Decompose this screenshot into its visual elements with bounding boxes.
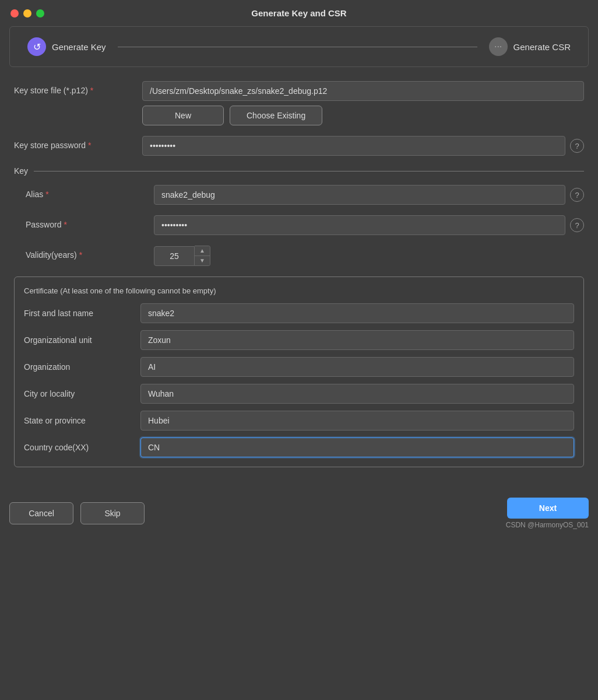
- validity-controls: ▲ ▼: [154, 246, 584, 266]
- org-input[interactable]: [140, 357, 574, 377]
- key-store-password-help-icon[interactable]: ?: [570, 139, 584, 153]
- alias-help-icon[interactable]: ?: [570, 188, 584, 202]
- password-row: Password* ?: [9, 215, 589, 235]
- watermark: CSDN @HarmonyOS_001: [506, 521, 589, 529]
- city-label: City or locality: [24, 389, 140, 398]
- alias-label: Alias*: [26, 185, 154, 199]
- first-last-name-label: First and last name: [24, 309, 140, 318]
- bottom-right-section: Next CSDN @HarmonyOS_001: [506, 498, 589, 529]
- key-store-password-input[interactable]: [142, 136, 565, 156]
- password-wrap: ?: [154, 215, 584, 235]
- first-last-name-input[interactable]: [140, 303, 574, 323]
- key-store-button-row: New Choose Existing: [142, 106, 584, 125]
- step-indicator: ↺ Generate Key ··· Generate CSR: [9, 26, 589, 67]
- certificate-group: Certificate (At least one of the followi…: [14, 276, 584, 467]
- key-store-password-wrap: ?: [142, 136, 584, 156]
- bottom-left-buttons: Cancel Skip: [9, 502, 145, 524]
- validity-decrement-button[interactable]: ▼: [195, 256, 210, 265]
- org-label: Organization: [24, 362, 140, 372]
- key-store-file-input[interactable]: [142, 81, 584, 101]
- alias-controls: ?: [154, 185, 584, 205]
- alias-wrap: ?: [154, 185, 584, 205]
- title-bar: Generate Key and CSR: [0, 0, 598, 26]
- step-generate-key: ↺ Generate Key: [27, 37, 106, 56]
- main-content: ↺ Generate Key ··· Generate CSR Key stor…: [0, 26, 598, 488]
- alias-input[interactable]: [154, 185, 565, 205]
- first-last-name-row: First and last name: [24, 303, 574, 323]
- state-input[interactable]: [140, 411, 574, 430]
- password-help-icon[interactable]: ?: [570, 218, 584, 232]
- alias-row: Alias* ?: [9, 185, 589, 205]
- validity-stepper: ▲ ▼: [154, 246, 584, 266]
- country-label: Country code(XX): [24, 443, 140, 452]
- step-generate-key-label: Generate Key: [52, 42, 106, 52]
- bottom-bar: Cancel Skip Next CSDN @HarmonyOS_001: [0, 488, 598, 529]
- step-connector: [118, 47, 477, 47]
- choose-existing-button[interactable]: Choose Existing: [230, 106, 322, 125]
- state-row: State or province: [24, 411, 574, 430]
- key-section-divider: Key: [14, 166, 584, 176]
- minimize-button[interactable]: [23, 9, 31, 18]
- country-row: Country code(XX): [24, 438, 574, 457]
- key-store-password-controls: ?: [142, 136, 584, 156]
- cert-group-title: Certificate (At least one of the followi…: [24, 286, 574, 295]
- step-generate-key-icon: ↺: [27, 37, 46, 56]
- state-label: State or province: [24, 416, 140, 425]
- key-store-password-row: Key store password* ?: [9, 136, 589, 156]
- key-store-password-label: Key store password*: [14, 136, 142, 150]
- org-row: Organization: [24, 357, 574, 377]
- cancel-button[interactable]: Cancel: [9, 502, 73, 524]
- key-section-line: [34, 171, 584, 172]
- step-generate-csr: ··· Generate CSR: [489, 37, 571, 56]
- validity-label: Validity(years)*: [26, 246, 154, 260]
- validity-stepper-buttons: ▲ ▼: [195, 246, 210, 266]
- new-button[interactable]: New: [142, 106, 224, 125]
- validity-row: Validity(years)* ▲ ▼: [9, 246, 589, 266]
- maximize-button[interactable]: [36, 9, 44, 18]
- key-store-file-row: Key store file (*.p12)* New Choose Exist…: [9, 81, 589, 125]
- org-unit-row: Organizational unit: [24, 330, 574, 350]
- city-row: City or locality: [24, 384, 574, 404]
- city-input[interactable]: [140, 384, 574, 404]
- next-button[interactable]: Next: [507, 498, 589, 519]
- country-input[interactable]: [140, 438, 574, 457]
- step-generate-csr-label: Generate CSR: [513, 42, 571, 52]
- password-input[interactable]: [154, 215, 565, 235]
- close-button[interactable]: [10, 9, 19, 18]
- org-unit-input[interactable]: [140, 330, 574, 350]
- key-section-label: Key: [14, 166, 28, 176]
- validity-input[interactable]: [154, 246, 195, 266]
- password-controls: ?: [154, 215, 584, 235]
- skip-button[interactable]: Skip: [80, 502, 145, 524]
- window-title: Generate Key and CSR: [251, 8, 346, 18]
- password-label: Password*: [26, 215, 154, 229]
- step-generate-csr-icon: ···: [489, 37, 508, 56]
- key-store-file-label: Key store file (*.p12)*: [14, 81, 142, 95]
- validity-increment-button[interactable]: ▲: [195, 246, 210, 256]
- key-store-file-controls: New Choose Existing: [142, 81, 584, 125]
- window-controls: [10, 9, 44, 18]
- org-unit-label: Organizational unit: [24, 335, 140, 345]
